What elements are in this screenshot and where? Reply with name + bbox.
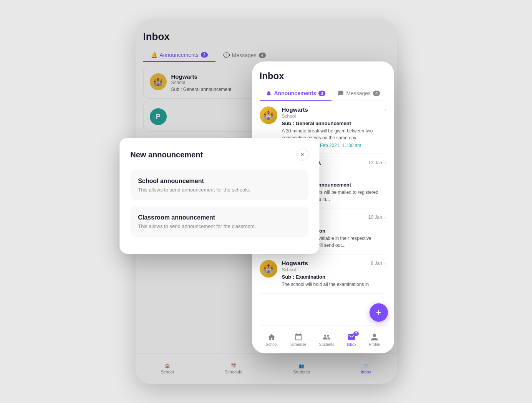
bg-hogwarts-type: School bbox=[171, 80, 232, 85]
bg-msg-icon: 💬 bbox=[223, 52, 230, 58]
school-announcement-option[interactable]: School announcement This allows to send … bbox=[130, 170, 308, 200]
fg-tabs: Announcements 3 Messages 4 bbox=[260, 87, 386, 101]
fg-hogwarts-2-body: The school will hold all the examination… bbox=[282, 281, 386, 288]
fg-hogwarts-2-school: School bbox=[282, 267, 386, 273]
bg-nav-schedule[interactable]: 📅 Schedule bbox=[225, 363, 242, 374]
fg-announcements-badge: 3 bbox=[318, 91, 325, 96]
bg-students-icon: 👥 bbox=[299, 363, 304, 368]
fg-bottom-nav: School Schedule Students 7 Inbox Profile bbox=[260, 325, 386, 353]
fg-item-hogwarts-exam[interactable]: 🏰 Hogwarts 8 Jan › School Sub : Examinat… bbox=[260, 254, 386, 294]
fg-chemistry-date: 12 Jan › bbox=[368, 160, 386, 166]
modal-title: New announcement bbox=[130, 150, 203, 159]
fg-inbox-label: Inbox bbox=[347, 342, 356, 347]
bg-p-avatar: P bbox=[150, 108, 167, 125]
fg-nav-schedule[interactable]: Schedule bbox=[290, 333, 307, 347]
fg-students-icon bbox=[322, 333, 331, 341]
bg-bell-icon: 🔔 bbox=[151, 52, 157, 58]
bg-inbox-title: Inbox bbox=[143, 31, 389, 43]
bg-students-label: Students bbox=[293, 370, 310, 374]
fg-hogwarts-2-header: Hogwarts 8 Jan › bbox=[282, 260, 386, 266]
bg-hogwarts-avatar: 🏰 bbox=[150, 73, 167, 90]
bg-tabs: 🔔 Announcements 3 💬 Messages 4 bbox=[143, 49, 389, 62]
bg-announcements-badge: 3 bbox=[201, 52, 208, 58]
bg-nav-school[interactable]: 🏠 School bbox=[161, 363, 174, 374]
fg-bell-icon bbox=[266, 90, 272, 96]
fab-button[interactable]: + bbox=[370, 303, 388, 322]
modal-header: New announcement × bbox=[130, 149, 308, 161]
fg-schedule-icon bbox=[294, 333, 303, 341]
fab-icon: + bbox=[376, 307, 381, 318]
school-announcement-desc: This allows to send announcement for the… bbox=[138, 187, 301, 193]
fg-profile-icon bbox=[370, 333, 379, 341]
bg-school-label: School bbox=[161, 370, 174, 374]
fg-schedule-label: Schedule bbox=[290, 342, 307, 347]
bg-hogwarts-subject: Sub : General announcement bbox=[171, 87, 232, 92]
fg-hogwarts-2-avatar: 🏰 bbox=[260, 260, 277, 277]
bg-schedule-label: Schedule bbox=[225, 370, 242, 374]
bg-bottom-nav: 🏠 School 📅 Schedule 👥 Students ✉️ Inbox bbox=[136, 353, 397, 384]
fg-hogwarts-1-school: School bbox=[282, 114, 386, 119]
fg-hogwarts-2-name: Hogwarts bbox=[282, 260, 308, 266]
classroom-announcement-option[interactable]: Classroom announcement This allows to se… bbox=[130, 206, 308, 237]
new-announcement-modal: New announcement × School announcement T… bbox=[119, 138, 319, 254]
fg-hogwarts-1-chevron: › bbox=[384, 107, 386, 113]
classroom-announcement-title: Classroom announcement bbox=[138, 214, 301, 221]
fg-profile-label: Profile bbox=[369, 342, 380, 347]
fg-school-icon bbox=[267, 333, 276, 341]
classroom-announcement-desc: This allows to send announcement for the… bbox=[138, 223, 301, 229]
fg-students-label: Students bbox=[319, 342, 334, 347]
fg-msg-icon bbox=[338, 90, 344, 96]
fg-hogwarts-1-header: Hogwarts › bbox=[282, 106, 386, 113]
bg-school-icon: 🏠 bbox=[165, 363, 170, 368]
bg-messages-badge: 4 bbox=[259, 53, 266, 58]
fg-nav-profile[interactable]: Profile bbox=[369, 333, 380, 347]
bg-hogwarts-name: Hogwarts bbox=[171, 73, 232, 80]
bg-tab-messages[interactable]: 💬 Messages 4 bbox=[215, 49, 273, 62]
bg-announcements-label: Announcements bbox=[160, 52, 199, 58]
fg-hogwarts-1-subject: Sub : General announcement bbox=[282, 121, 386, 126]
bg-messages-label: Messages bbox=[232, 52, 257, 58]
fg-hogwarts-1-name: Hogwarts bbox=[282, 106, 308, 113]
bg-nav-students[interactable]: 👥 Students bbox=[293, 363, 310, 374]
fg-nav-school[interactable]: School bbox=[266, 333, 278, 347]
fg-tab-announcements[interactable]: Announcements 3 bbox=[260, 87, 332, 101]
fg-messages-label: Messages bbox=[346, 90, 371, 96]
fg-hogwarts-2-content: Hogwarts 8 Jan › School Sub : Examinatio… bbox=[282, 260, 386, 288]
fg-tab-messages[interactable]: Messages 4 bbox=[331, 87, 386, 101]
fg-inbox-badge-num: 7 bbox=[353, 331, 359, 336]
modal-close-button[interactable]: × bbox=[296, 149, 308, 161]
bg-schedule-icon: 📅 bbox=[231, 363, 236, 368]
fg-school-label: School bbox=[266, 342, 278, 347]
bg-tab-announcements[interactable]: 🔔 Announcements 3 bbox=[143, 49, 215, 62]
bg-nav-inbox[interactable]: ✉️ Inbox bbox=[361, 363, 371, 374]
fg-announcements-label: Announcements bbox=[274, 90, 317, 96]
bg-inbox-icon: ✉️ bbox=[363, 363, 369, 368]
school-announcement-title: School announcement bbox=[138, 178, 301, 185]
bg-inbox-label: Inbox bbox=[361, 370, 371, 374]
fg-nav-inbox[interactable]: 7 Inbox bbox=[347, 333, 356, 347]
fg-hogwarts-2-date: 8 Jan › bbox=[371, 260, 386, 266]
fg-physics-date: 10 Jan › bbox=[368, 214, 386, 220]
fg-hogwarts-2-subject: Sub : Examination bbox=[282, 274, 386, 280]
fg-nav-students[interactable]: Students bbox=[319, 333, 334, 347]
fg-inbox-title: Inbox bbox=[260, 71, 386, 81]
fg-messages-badge: 4 bbox=[373, 91, 380, 96]
fg-hogwarts-1-avatar: 🏰 bbox=[260, 106, 277, 124]
fg-inbox-badge-container: 7 bbox=[347, 333, 356, 341]
